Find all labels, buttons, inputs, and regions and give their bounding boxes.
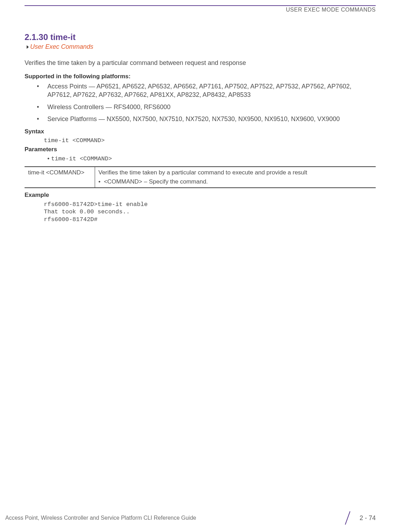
breadcrumb: User Exec Commands xyxy=(25,43,376,51)
param-desc-cell: Verifies the time taken by a particular … xyxy=(95,167,376,188)
list-item: Service Platforms — NX5500, NX7500, NX75… xyxy=(37,115,376,123)
parameters-bullet: time-it <COMMAND> xyxy=(47,155,376,162)
header-title: USER EXEC MODE COMMANDS xyxy=(25,7,376,13)
section-description: Verifies the time taken by a particular … xyxy=(25,59,376,67)
page-footer: Access Point, Wireless Controller and Se… xyxy=(0,511,395,525)
list-item: Access Points — AP6521, AP6522, AP6532, … xyxy=(37,82,376,99)
param-desc-line: Verifies the time taken by a particular … xyxy=(99,169,373,176)
example-heading: Example xyxy=(25,192,376,199)
parameters-table: time-it <COMMAND> Verifies the time take… xyxy=(25,166,376,188)
breadcrumb-link[interactable]: User Exec Commands xyxy=(30,43,93,51)
supported-heading: Supported in the following platforms: xyxy=(25,73,376,80)
footer-right: 2 - 74 xyxy=(340,511,376,525)
supported-list: Access Points — AP6521, AP6522, AP6532, … xyxy=(37,82,376,123)
list-item: Wireless Controllers — RFS4000, RFS6000 xyxy=(37,103,376,111)
page-number: 2 - 74 xyxy=(360,514,376,522)
section-title: 2.1.30 time-it xyxy=(25,32,376,42)
param-desc-subline: • <COMMAND> – Specify the command. xyxy=(99,178,373,185)
parameters-heading: Parameters xyxy=(25,146,376,153)
footer-slash-icon xyxy=(340,511,354,525)
table-row: time-it <COMMAND> Verifies the time take… xyxy=(25,167,376,188)
header-divider xyxy=(25,5,376,6)
example-code: rfs6000-81742D>time-it enable That took … xyxy=(44,201,376,223)
breadcrumb-arrow-icon xyxy=(27,45,29,49)
param-name-cell: time-it <COMMAND> xyxy=(25,167,95,188)
page-content: USER EXEC MODE COMMANDS 2.1.30 time-it U… xyxy=(0,0,395,223)
footer-guide-title: Access Point, Wireless Controller and Se… xyxy=(5,515,196,521)
syntax-code: time-it <COMMAND> xyxy=(44,137,376,144)
syntax-heading: Syntax xyxy=(25,128,376,135)
